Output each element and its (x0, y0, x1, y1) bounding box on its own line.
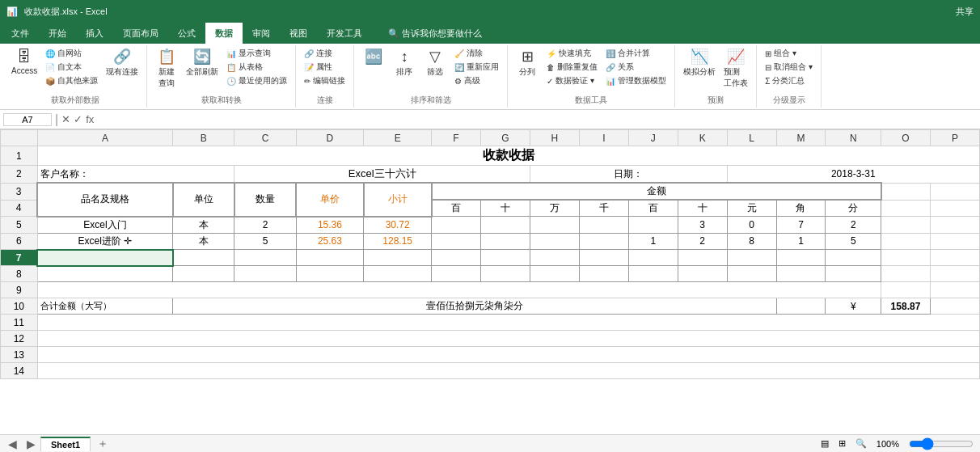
function-icon[interactable]: fx (86, 113, 94, 125)
col-header-l[interactable]: L (727, 130, 776, 146)
r6l[interactable]: 8 (727, 233, 776, 250)
r7n[interactable] (826, 250, 881, 266)
btn-reapply[interactable]: 🔄重新应用 (451, 61, 502, 74)
col-header-o[interactable]: O (881, 130, 931, 146)
col-header-i[interactable]: I (579, 130, 628, 146)
row-num-8[interactable]: 8 (1, 266, 38, 282)
r12-empty[interactable] (37, 331, 979, 347)
r7m[interactable] (776, 250, 826, 266)
r3o[interactable] (881, 183, 931, 200)
tab-review[interactable]: 审阅 (243, 23, 280, 44)
r7h[interactable] (530, 250, 579, 266)
row-num-11[interactable]: 11 (1, 315, 38, 331)
spreadsheet[interactable]: A B C D E F G H I J K L M N O P (0, 129, 980, 434)
r5c[interactable]: 2 (234, 217, 296, 234)
r4f[interactable]: 百 (432, 200, 481, 217)
col-header-g[interactable]: G (481, 130, 530, 146)
btn-forecast[interactable]: 📈 预测工作表 (720, 47, 751, 91)
row-num-5[interactable]: 5 (1, 217, 38, 234)
r8j[interactable] (628, 266, 678, 282)
tab-developer[interactable]: 开发工具 (317, 23, 372, 44)
btn-sort[interactable]: ↕ 排序 (390, 47, 419, 79)
row-num-9[interactable]: 9 (1, 282, 38, 298)
btn-recent-sources[interactable]: 🕒最近使用的源 (223, 74, 290, 87)
r5e[interactable]: 30.72 (364, 217, 432, 234)
view-preview-icon[interactable]: 🔍 (855, 438, 867, 449)
btn-connections[interactable]: 🔗连接 (301, 47, 348, 60)
r5a[interactable]: Excel入门 (37, 217, 173, 234)
r7p[interactable] (930, 250, 979, 266)
r7d[interactable] (296, 250, 364, 266)
btn-edit-links[interactable]: ✏编辑链接 (301, 74, 348, 87)
r11-empty[interactable] (37, 315, 979, 331)
r3f[interactable]: 金额 (432, 183, 881, 200)
r6n[interactable]: 5 (826, 233, 881, 250)
r6b[interactable]: 本 (173, 233, 234, 250)
row-num-14[interactable]: 14 (1, 363, 38, 379)
add-sheet-btn[interactable]: ＋ (94, 437, 112, 451)
btn-other-sources[interactable]: 📦自其他来源 (42, 74, 101, 87)
r2c[interactable]: Excel三十六计 (234, 166, 530, 184)
r3c[interactable]: 数量 (234, 183, 296, 217)
r5j[interactable] (628, 217, 678, 234)
r3a[interactable]: 品名及规格 (37, 183, 173, 217)
btn-ungroup[interactable]: ⊟取消组合 ▾ (762, 61, 816, 74)
cell-ref-input[interactable] (3, 113, 52, 126)
r6f[interactable] (432, 233, 481, 250)
r6d[interactable]: 25.63 (296, 233, 364, 250)
btn-manage-model[interactable]: 📊管理数据模型 (602, 74, 670, 87)
row-num-7[interactable]: 7 (1, 250, 38, 266)
r4n[interactable]: 分 (826, 200, 881, 217)
r2h[interactable]: 日期： (530, 166, 727, 184)
r5i[interactable] (579, 217, 628, 234)
r8o[interactable] (881, 266, 931, 282)
col-header-c[interactable]: C (234, 130, 296, 146)
row-num-6[interactable]: 6 (1, 233, 38, 250)
sheet-tab-1[interactable]: Sheet1 (40, 437, 91, 451)
r9o[interactable] (881, 282, 931, 298)
r6h[interactable] (530, 233, 579, 250)
r8i[interactable] (579, 266, 628, 282)
r3e[interactable]: 小计 (364, 183, 432, 217)
r3b[interactable]: 单位 (173, 183, 234, 217)
col-header-b[interactable]: B (173, 130, 234, 146)
r8f[interactable] (432, 266, 481, 282)
btn-quick-fill[interactable]: ⚡快速填充 (543, 47, 601, 60)
btn-from-table[interactable]: 📋从表格 (223, 61, 290, 74)
r5k[interactable]: 3 (678, 217, 727, 234)
btn-show-query[interactable]: 📊显示查询 (223, 47, 290, 60)
col-header-e[interactable]: E (364, 130, 432, 146)
col-header-p[interactable]: P (930, 130, 979, 146)
formula-input[interactable] (97, 114, 977, 125)
r10p[interactable] (930, 298, 979, 315)
r6j[interactable]: 1 (628, 233, 678, 250)
r10b-g[interactable]: 壹佰伍拾捌元柒角柒分 (173, 298, 776, 315)
r6a[interactable]: Excel进阶 ✛ (37, 233, 173, 250)
tab-data[interactable]: 数据 (205, 23, 243, 44)
row-num-1[interactable]: 1 (1, 146, 38, 166)
view-layout-icon[interactable]: ⊞ (838, 438, 846, 449)
btn-filter[interactable]: ▽ 筛选 (420, 47, 450, 79)
tab-home[interactable]: 开始 (39, 23, 76, 44)
r8k[interactable] (678, 266, 727, 282)
r4h[interactable]: 万 (530, 200, 579, 217)
r6m[interactable]: 1 (776, 233, 826, 250)
share-button[interactable]: 共享 (956, 6, 974, 18)
btn-clear[interactable]: 🧹清除 (451, 47, 502, 60)
r4l[interactable]: 元 (727, 200, 776, 217)
r13-empty[interactable] (37, 347, 979, 363)
r7i[interactable] (579, 250, 628, 266)
r6g[interactable] (481, 233, 530, 250)
r7o[interactable] (881, 250, 931, 266)
r4m[interactable]: 角 (776, 200, 826, 217)
col-header-a[interactable]: A (37, 130, 173, 146)
tab-layout[interactable]: 页面布局 (113, 23, 168, 44)
r8b[interactable] (173, 266, 234, 282)
r8l[interactable] (727, 266, 776, 282)
r5o[interactable] (881, 217, 931, 234)
btn-relation[interactable]: 🔗关系 (602, 61, 670, 74)
r7b[interactable] (173, 250, 234, 266)
r8e[interactable] (364, 266, 432, 282)
r4k[interactable]: 十 (678, 200, 727, 217)
col-header-h[interactable]: H (530, 130, 579, 146)
